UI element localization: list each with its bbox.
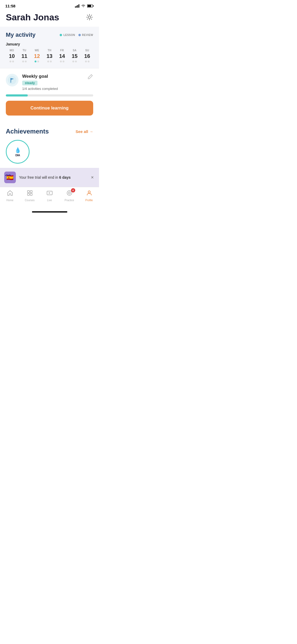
progress-bar-bg <box>6 94 93 96</box>
activities-completed: 1/4 activities completed <box>22 87 58 91</box>
nav-item-home[interactable]: Home <box>0 190 20 202</box>
activity-title: My activity <box>6 31 36 38</box>
review-dot <box>78 34 81 36</box>
nav-item-live[interactable]: Live <box>40 190 59 202</box>
svg-text:le: le <box>11 79 12 80</box>
trial-banner: 🇪🇸 Your free trial will end in 6 days × <box>0 168 99 187</box>
svg-point-7 <box>88 16 91 19</box>
signal-icon <box>75 4 79 8</box>
status-bar: 11:58 <box>0 0 99 10</box>
home-bar <box>32 211 67 213</box>
nav-label-live: Live <box>47 199 52 202</box>
weekly-goal-top: le Weekly goal steady 1/4 activities com… <box>6 74 93 91</box>
settings-icon[interactable] <box>86 13 93 22</box>
svg-rect-9 <box>11 78 11 83</box>
lesson-dot <box>60 34 62 36</box>
legend: LESSON REVIEW <box>60 34 93 36</box>
achievements-section: Achievements See all → 💧 DIA <box>0 121 99 168</box>
cal-day-we: WE 12 <box>31 49 43 62</box>
steady-badge: steady <box>22 81 37 85</box>
cal-day-sa: SA 15 <box>69 49 81 62</box>
trial-flag-icon: 🇪🇸 <box>4 172 16 183</box>
nav-label-practice: Practice <box>64 199 74 202</box>
battery-icon <box>87 4 94 8</box>
courses-icon <box>27 190 33 198</box>
lesson-label: LESSON <box>63 34 75 36</box>
achievement-badge: 💧 DIA <box>6 140 30 164</box>
progress-bar-fill <box>6 94 28 96</box>
nav-label-courses: Courses <box>25 199 35 202</box>
trial-close-button[interactable]: × <box>90 174 95 181</box>
review-label: REVIEW <box>82 34 93 36</box>
see-all-link[interactable]: See all → <box>76 129 93 134</box>
svg-point-8 <box>8 76 16 84</box>
cal-day-su: SU 16 <box>81 49 93 62</box>
svg-rect-15 <box>27 194 30 196</box>
svg-point-21 <box>88 191 90 193</box>
flag-svg: le <box>8 76 16 84</box>
cal-day-th: TH 13 <box>44 49 56 62</box>
svg-point-20 <box>69 193 70 193</box>
wifi-icon <box>81 4 86 8</box>
edit-icon[interactable] <box>87 74 93 81</box>
activity-section: My activity LESSON REVIEW January MO 10 … <box>0 27 99 68</box>
nav-label-profile: Profile <box>85 199 93 202</box>
svg-rect-16 <box>30 194 32 196</box>
header: Sarah Jonas <box>0 10 99 27</box>
nav-item-profile[interactable]: Profile <box>79 190 99 202</box>
svg-rect-5 <box>93 5 94 7</box>
cal-day-mo: MO 10 <box>6 49 18 62</box>
profile-icon <box>86 190 92 198</box>
weekly-goal-info: Weekly goal steady 1/4 activities comple… <box>22 74 58 91</box>
weekly-goal-section: le Weekly goal steady 1/4 activities com… <box>0 68 99 121</box>
live-icon <box>46 190 53 198</box>
svg-rect-14 <box>30 191 32 193</box>
svg-rect-3 <box>79 4 79 8</box>
activity-header: My activity LESSON REVIEW <box>6 31 93 38</box>
bottom-nav: Home Courses Live <box>0 187 99 209</box>
nav-label-home: Home <box>6 199 13 202</box>
weekly-goal-title: Weekly goal <box>22 74 58 79</box>
nav-item-practice[interactable]: 4 Practice <box>59 190 79 202</box>
legend-review: REVIEW <box>78 34 93 36</box>
achievements-title: Achievements <box>6 128 49 135</box>
legend-lesson: LESSON <box>60 34 75 36</box>
weekly-goal-left: le Weekly goal steady 1/4 activities com… <box>6 74 58 91</box>
month-label: January <box>6 42 93 46</box>
cal-day-tu: TU 11 <box>18 49 31 62</box>
status-time: 11:58 <box>5 4 15 8</box>
svg-rect-6 <box>88 5 91 7</box>
home-indicator <box>0 209 99 214</box>
flag-icon: le <box>6 74 18 86</box>
continue-learning-button[interactable]: Continue learning <box>6 101 93 116</box>
user-name: Sarah Jonas <box>6 12 59 22</box>
svg-rect-1 <box>76 6 77 8</box>
practice-icon: 4 <box>66 190 73 198</box>
svg-rect-2 <box>77 5 78 8</box>
achievements-header: Achievements See all → <box>6 128 93 135</box>
calendar-row: MO 10 TU 11 WE 12 TH <box>6 49 93 62</box>
cal-day-fr: FR 14 <box>56 49 68 62</box>
home-icon <box>7 190 13 198</box>
practice-badge: 4 <box>71 188 75 192</box>
status-icons <box>75 4 94 8</box>
svg-rect-0 <box>75 6 76 8</box>
nav-item-courses[interactable]: Courses <box>20 190 40 202</box>
svg-rect-13 <box>27 191 30 193</box>
trial-text: Your free trial will end in 6 days <box>19 175 87 180</box>
